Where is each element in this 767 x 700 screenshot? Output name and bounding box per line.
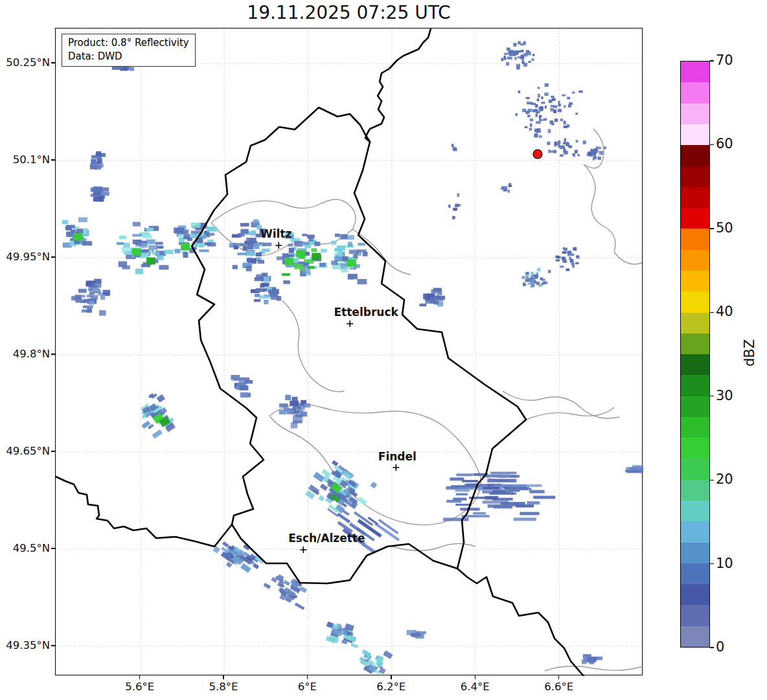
colorbar-segment <box>681 166 709 187</box>
x-tick-mark <box>475 675 475 679</box>
echo-cell <box>563 261 567 263</box>
echo-cell <box>277 296 281 301</box>
echo-cell <box>563 247 565 250</box>
echo-cell <box>419 304 426 306</box>
echo-core-cell <box>132 249 141 256</box>
echo-cell <box>564 152 566 155</box>
echo-cell <box>141 253 150 258</box>
echo-cell <box>245 380 253 384</box>
echo-cell <box>576 140 578 142</box>
echo-cell <box>452 144 454 148</box>
colorbar-segment <box>681 145 709 166</box>
echo-cell <box>264 277 269 282</box>
echo-cell <box>503 186 508 190</box>
echo-cell <box>80 295 86 297</box>
echo-cell <box>268 289 273 293</box>
echo-cell <box>567 253 571 256</box>
radar-page: { "title": "19.11.2025 07:25 UTC", "info… <box>0 0 767 700</box>
city-label: Esch/Alzette <box>288 532 365 545</box>
echo-cell <box>520 512 539 515</box>
echo-cluster <box>501 41 534 69</box>
x-tick-mark <box>139 675 140 679</box>
echo-cluster <box>625 465 643 473</box>
echo-cell <box>551 105 555 107</box>
echo-cell <box>532 275 536 277</box>
radar-site-dot <box>533 150 542 159</box>
echo-cell <box>522 60 524 63</box>
colorbar-tick-label: 50 <box>716 220 733 236</box>
echo-cell <box>321 249 327 253</box>
colorbar-tick-mark <box>710 312 714 313</box>
echo-cell <box>132 234 142 236</box>
echo-cell <box>456 493 468 495</box>
echo-cell <box>240 392 248 398</box>
echo-cluster <box>448 193 461 220</box>
echo-cluster <box>279 395 310 429</box>
echo-cell <box>155 242 163 245</box>
radar-echoes <box>62 41 643 676</box>
colorbar-segment <box>681 333 709 354</box>
echo-cell <box>293 417 303 421</box>
echo-cell <box>529 490 544 493</box>
echo-cell <box>331 241 336 245</box>
echo-cluster <box>419 288 445 307</box>
echo-cell <box>569 257 571 261</box>
echo-cell <box>240 229 248 234</box>
echo-cluster <box>90 152 106 170</box>
echo-cell <box>318 495 325 502</box>
echo-cell <box>293 410 299 413</box>
echo-cell <box>514 517 536 521</box>
echo-cell <box>588 657 597 661</box>
echo-cell <box>487 479 516 482</box>
echo-cell <box>233 378 240 381</box>
echo-cell <box>455 504 471 506</box>
echo-core-cell <box>146 258 155 265</box>
echo-cell <box>506 62 509 66</box>
echo-cluster <box>117 222 173 275</box>
echo-cell <box>152 429 163 438</box>
echo-cell <box>156 394 165 403</box>
colorbar-segment <box>681 417 709 438</box>
echo-cell <box>567 251 571 253</box>
country-border-path <box>457 569 584 676</box>
echo-cell <box>460 508 479 511</box>
echo-cell <box>569 103 573 105</box>
colorbar-segment <box>681 82 709 103</box>
echo-cell <box>539 119 543 121</box>
echo-cell <box>578 91 583 93</box>
y-tick-label: 49.65°N <box>1 445 50 457</box>
colorbar-segment <box>681 104 709 124</box>
echo-cell <box>146 227 154 231</box>
echo-cell <box>141 243 148 247</box>
colorbar-axis-label: dBZ <box>742 339 757 367</box>
grid-lines <box>56 28 643 676</box>
echo-cell <box>541 96 543 99</box>
y-tick-label: 49.95°N <box>1 251 50 263</box>
echo-cell <box>509 50 514 54</box>
echo-cell <box>285 395 291 400</box>
echo-cluster <box>547 139 586 157</box>
echo-cell <box>528 61 531 63</box>
echo-cell <box>508 57 512 60</box>
echo-cell <box>532 103 536 105</box>
echo-cluster <box>407 630 426 638</box>
x-tick-label: 5.8°E <box>198 681 249 693</box>
echo-cell <box>117 242 124 245</box>
echo-cell <box>282 273 290 276</box>
echo-cell <box>525 276 529 280</box>
echo-cell <box>551 150 555 153</box>
echo-cell <box>564 126 568 128</box>
echo-cell <box>538 94 540 98</box>
echo-cell <box>258 260 264 264</box>
echo-cell <box>507 190 510 193</box>
echo-cell <box>485 497 498 500</box>
echo-cell <box>437 296 444 301</box>
colorbar-segment <box>681 208 709 229</box>
echo-cell <box>531 58 534 61</box>
colorbar-tick-mark <box>710 228 714 229</box>
echo-cell <box>538 87 540 89</box>
echo-cell <box>516 66 520 69</box>
echo-cell <box>452 216 455 218</box>
echo-cell <box>530 124 532 128</box>
colorbar-tick-label: 70 <box>716 52 733 68</box>
